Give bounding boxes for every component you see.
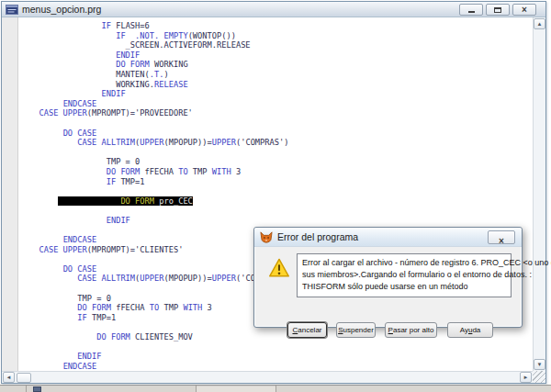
grid-cell bbox=[197, 386, 276, 392]
code-line: DO FORM pro_CEC bbox=[29, 196, 533, 207]
scroll-left-icon: ◄ bbox=[6, 375, 12, 380]
maximize-button[interactable] bbox=[486, 4, 510, 16]
resize-grip[interactable] bbox=[533, 371, 545, 383]
code-line: ENDCASE bbox=[29, 362, 533, 371]
code-line: ENDIF bbox=[29, 216, 533, 226]
warning-icon bbox=[268, 258, 290, 278]
scroll-down-icon: ▼ bbox=[537, 362, 543, 367]
code-line: ENDIF bbox=[29, 352, 533, 362]
error-dialog: Error del programa × Error al cargar el … bbox=[253, 227, 523, 328]
dialog-button-row: Cancelar Suspender Pasar por alto Ayuda bbox=[254, 322, 522, 338]
close-window-button[interactable]: × bbox=[512, 4, 536, 16]
error-message-line: Error al cargar el archivo - número de r… bbox=[302, 257, 506, 269]
code-line: CASE ALLTRIM(UPPER(MPOPUP))=UPPER('COMPR… bbox=[29, 138, 533, 148]
code-line: DO FORM WORKING bbox=[29, 60, 533, 70]
help-button[interactable]: Ayuda bbox=[447, 322, 493, 338]
horizontal-scrollbar[interactable]: ◄ ► bbox=[2, 371, 533, 383]
grid-cell-icon bbox=[33, 386, 41, 392]
code-line: DO FORM fFECHA TO TMP WITH 3 bbox=[29, 167, 533, 177]
code-line bbox=[29, 186, 533, 196]
minimize-icon bbox=[468, 11, 475, 13]
code-line: WORKING.RELEASE bbox=[29, 80, 533, 90]
minimize-button[interactable] bbox=[459, 4, 483, 16]
code-line bbox=[29, 148, 533, 158]
ignore-button[interactable]: Pasar por alto bbox=[385, 322, 437, 338]
desktop: menus_opcion.prg × IF FLASH=6 IF bbox=[0, 0, 551, 392]
window-title: menus_opcion.prg bbox=[22, 4, 101, 15]
code-line bbox=[29, 206, 533, 216]
grid-divider bbox=[26, 386, 27, 392]
code-line: IF .NOT. EMPTY(WONTOP()) bbox=[29, 31, 533, 41]
vertical-scrollbar[interactable]: ▲ ▼ bbox=[533, 17, 545, 371]
error-message-box: Error al cargar el archivo - número de r… bbox=[297, 253, 512, 297]
scroll-right-icon: ► bbox=[523, 375, 529, 380]
code-line bbox=[29, 118, 533, 129]
code-line: MANTEN(.T.) bbox=[29, 70, 533, 80]
scroll-up-button[interactable]: ▲ bbox=[534, 18, 545, 29]
error-message-line: THISFORM sólo puede usarse en un método bbox=[302, 281, 506, 293]
code-line: IF TMP=1 bbox=[29, 177, 533, 187]
maximize-icon bbox=[494, 7, 501, 13]
dialog-title-bar[interactable]: Error del programa × bbox=[254, 228, 522, 247]
grid-divider bbox=[276, 386, 276, 392]
editor-title-bar[interactable]: menus_opcion.prg × bbox=[2, 2, 545, 17]
dialog-body: Error al cargar el archivo - número de r… bbox=[254, 247, 522, 328]
horizontal-scroll-thumb[interactable] bbox=[17, 373, 31, 383]
code-line: ENDCASE bbox=[29, 99, 533, 109]
foxpro-fox-icon bbox=[260, 231, 273, 243]
code-line: IF FLASH=6 bbox=[29, 21, 533, 31]
scroll-down-button[interactable]: ▼ bbox=[534, 359, 545, 370]
dialog-close-icon: × bbox=[499, 236, 504, 246]
code-line: TMP = 0 bbox=[29, 157, 533, 167]
dialog-close-button[interactable]: × bbox=[488, 230, 515, 244]
scroll-left-button[interactable]: ◄ bbox=[3, 372, 15, 383]
code-line: ENDIF bbox=[29, 89, 533, 99]
code-line: _SCREEN.ACTIVEFORM.RELEASE bbox=[29, 40, 533, 50]
dialog-title: Error del programa bbox=[277, 231, 358, 242]
background-window-strip bbox=[0, 385, 551, 392]
prg-file-icon bbox=[6, 5, 18, 15]
code-line bbox=[29, 342, 533, 353]
code-line: ENDIF bbox=[29, 50, 533, 61]
code-line: DO CASE bbox=[29, 129, 533, 139]
editor-gutter bbox=[2, 17, 18, 371]
suspend-button[interactable]: Suspender bbox=[336, 322, 376, 338]
close-icon: × bbox=[522, 6, 527, 15]
cancel-button[interactable]: Cancelar bbox=[287, 322, 327, 338]
scroll-up-icon: ▲ bbox=[537, 21, 543, 27]
code-line: CASE UPPER(MPROMPT)='PROVEEDORE' bbox=[29, 108, 533, 118]
scroll-right-button[interactable]: ► bbox=[520, 372, 532, 383]
error-message-line: sus miembros>.Cargando el formulario o e… bbox=[302, 269, 506, 281]
